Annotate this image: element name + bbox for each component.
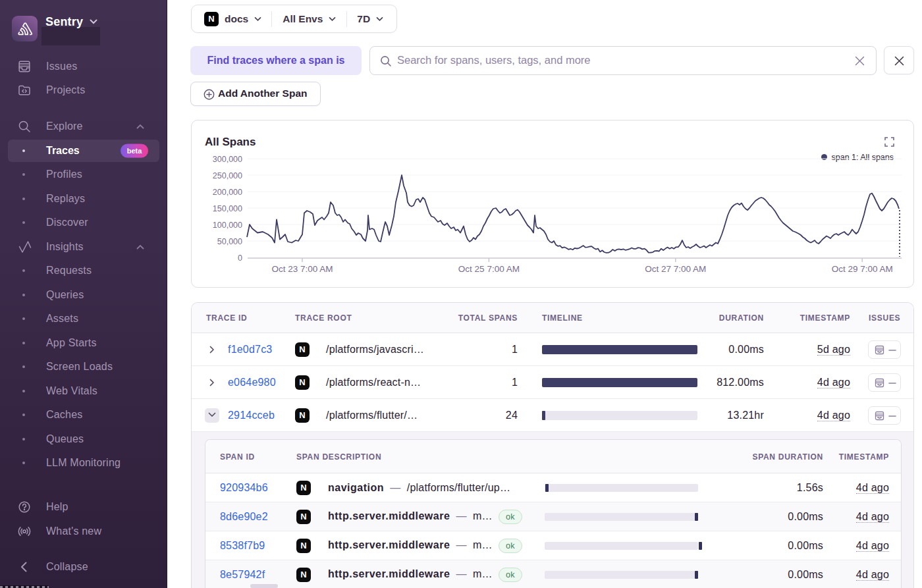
svg-text:Oct 23 7:00 AM: Oct 23 7:00 AM <box>271 264 333 274</box>
svg-text:200,000: 200,000 <box>213 188 242 197</box>
svg-text:Oct 29 7:00 AM: Oct 29 7:00 AM <box>832 264 893 274</box>
svg-text:150,000: 150,000 <box>213 204 242 213</box>
svg-text:Oct 25 7:00 AM: Oct 25 7:00 AM <box>458 264 520 274</box>
svg-text:100,000: 100,000 <box>213 221 242 230</box>
svg-text:0: 0 <box>238 254 242 263</box>
svg-text:300,000: 300,000 <box>213 155 242 164</box>
svg-text:250,000: 250,000 <box>213 171 242 180</box>
svg-text:50,000: 50,000 <box>217 237 242 246</box>
svg-text:Oct 27 7:00 AM: Oct 27 7:00 AM <box>645 264 706 274</box>
